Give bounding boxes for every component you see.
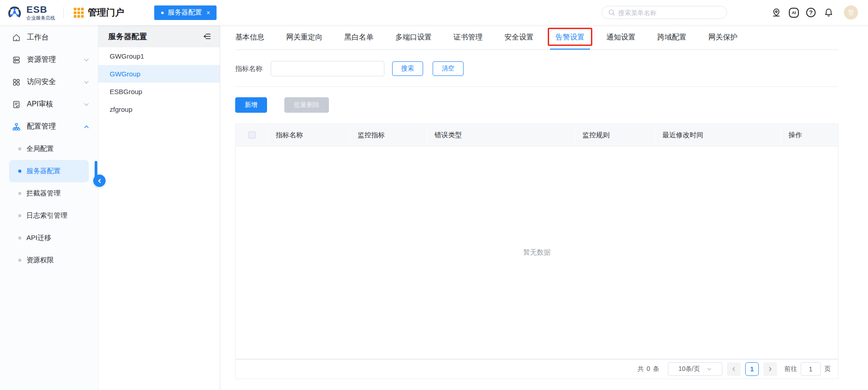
next-page-button[interactable]	[763, 362, 777, 376]
sidebar-item-label: 配置管理	[27, 122, 83, 131]
tab-multiport[interactable]: 多端口设置	[395, 25, 432, 50]
add-button[interactable]: 新增	[235, 97, 267, 113]
topbar-divider	[63, 7, 64, 18]
metric-name-input[interactable]	[271, 61, 384, 76]
tab-blacklist-whitelist[interactable]: 黑白名单	[344, 25, 373, 50]
chevron-left-icon	[97, 178, 102, 184]
sidebar-item-api-review[interactable]: API审核	[0, 93, 98, 115]
sidebar-subitem-label: 全局配置	[26, 145, 54, 153]
divider	[235, 86, 838, 87]
sidebar-item-label: 工作台	[27, 33, 90, 42]
column-header: 错误类型	[427, 124, 575, 146]
tab-label: 跨域配置	[657, 33, 686, 42]
chevron-left-icon	[731, 366, 737, 372]
column-header: 最近修改时间	[655, 124, 781, 146]
server-group-label: GWGroup	[110, 70, 141, 78]
tab-label: 黑白名单	[344, 33, 373, 42]
server-group-label: GWGroup1	[110, 52, 144, 60]
menu-search[interactable]	[601, 6, 727, 19]
topbar: ESB 企业服务总线 管理门户 ● 服务器配置 ×	[0, 0, 868, 25]
sidebar-subitem-server-config[interactable]: 服务器配置	[9, 160, 89, 182]
page-size-value: 10条/页	[678, 365, 700, 373]
server-group-item-active[interactable]: GWGroup	[98, 65, 220, 83]
logo-text: ESB 企业服务总线	[26, 5, 55, 20]
sidebar-item-workbench[interactable]: 工作台	[0, 26, 98, 49]
sidebar-item-config-management[interactable]: 配置管理	[0, 115, 98, 138]
settings-tabbar: 基本信息 网关重定向 黑白名单 多端口设置 证书管理 安全设置 告警设置 通知设…	[235, 25, 838, 50]
tab-label: 告警设置	[555, 33, 585, 42]
logo: ESB 企业服务总线	[6, 5, 55, 21]
home-icon	[12, 33, 21, 42]
sidebar-item-resources[interactable]: 资源管理	[0, 49, 98, 71]
app-body: 工作台 资源管理 访问安全	[0, 25, 868, 390]
grid-icon	[12, 78, 21, 87]
tab-basic-info[interactable]: 基本信息	[235, 25, 264, 50]
empty-text: 暂无数据	[523, 248, 550, 257]
tab-notification[interactable]: 通知设置	[606, 25, 636, 50]
server-group-item[interactable]: GWGroup1	[98, 47, 220, 65]
logo-subtitle: 企业服务总线	[26, 15, 55, 20]
user-avatar[interactable]: 管	[844, 5, 858, 20]
batch-delete-button[interactable]: 批量删除	[284, 97, 329, 113]
active-tab-underline	[550, 49, 590, 50]
topbar-icons: AI ? 管	[771, 5, 858, 20]
clear-button[interactable]: 清空	[433, 61, 464, 76]
sidebar-item-access-security[interactable]: 访问安全	[0, 71, 98, 93]
total-count: 共 0 条	[637, 365, 660, 373]
select-all-checkbox[interactable]	[248, 131, 256, 139]
tab-label: 通知设置	[606, 33, 636, 42]
page-number-button[interactable]: 1	[745, 362, 759, 376]
server-group-item[interactable]: zfgroup	[98, 100, 220, 118]
search-button[interactable]: 搜索	[392, 61, 423, 76]
sidebar-subitem-interceptor[interactable]: 拦截器管理	[9, 182, 89, 205]
ai-assistant-icon[interactable]: AI	[789, 8, 799, 18]
panel-title: 服务器配置	[108, 31, 147, 42]
tab-gateway-protection[interactable]: 网关保护	[708, 25, 737, 50]
prev-page-button[interactable]	[727, 362, 741, 376]
sidebar-subitem-log-index[interactable]: 日志索引管理	[9, 205, 89, 227]
tab-certificate[interactable]: 证书管理	[454, 25, 483, 50]
tab-gateway-redirect[interactable]: 网关重定向	[286, 25, 323, 50]
sidebar-subitem-global-config[interactable]: 全局配置	[9, 138, 89, 160]
bullet-icon	[18, 192, 21, 195]
chevron-down-icon	[83, 57, 90, 63]
header-checkbox-cell	[236, 124, 268, 146]
bullet-icon	[18, 214, 21, 217]
sidebar: 工作台 资源管理 访问安全	[0, 25, 98, 390]
goto-page-input[interactable]	[801, 362, 821, 376]
page-size-select[interactable]: 10条/页	[668, 362, 722, 376]
sidebar-subitem-label: API迁移	[26, 234, 51, 242]
sidebar-subitem-label: 资源权限	[26, 256, 54, 265]
tab-cors[interactable]: 跨域配置	[657, 25, 686, 50]
help-icon[interactable]: ?	[806, 8, 816, 17]
bullet-icon	[18, 170, 21, 173]
page-unit-label: 页	[824, 365, 831, 373]
location-pin-icon[interactable]	[771, 7, 782, 18]
open-tab-server-config[interactable]: ● 服务器配置 ×	[154, 5, 217, 20]
search-input[interactable]	[618, 9, 720, 16]
tab-label: 证书管理	[454, 33, 483, 42]
tab-close-icon[interactable]: ×	[207, 9, 210, 16]
server-icon	[12, 55, 21, 65]
tab-alarm-settings[interactable]: 告警设置	[555, 25, 585, 50]
goto-label: 前往	[784, 365, 797, 373]
logo-title: ESB	[26, 5, 55, 15]
sidebar-subitem-api-migration[interactable]: API迁移	[9, 227, 89, 249]
tab-security[interactable]: 安全设置	[505, 25, 534, 50]
server-group-item[interactable]: ESBGroup	[98, 83, 220, 100]
notification-bell-icon[interactable]	[823, 7, 834, 18]
tab-label: 基本信息	[235, 33, 264, 42]
empty-state: 暂无数据	[236, 146, 838, 359]
table-header: 指标名称 监控指标 错误类型 监控规则 最近修改时间 操作	[236, 124, 838, 146]
sidebar-subitem-label: 拦截器管理	[26, 189, 61, 198]
bullet-icon	[18, 147, 21, 150]
esb-logo-icon	[6, 5, 23, 21]
org-tree-icon	[12, 122, 21, 131]
sidebar-subitem-label: 日志索引管理	[26, 211, 67, 220]
server-group-label: ESBGroup	[110, 88, 142, 95]
collapse-list-icon[interactable]	[202, 32, 212, 41]
chevron-up-icon	[83, 124, 90, 130]
sidebar-collapse-button[interactable]	[93, 175, 106, 187]
sidebar-subitem-resource-permission[interactable]: 资源权限	[9, 249, 89, 271]
tab-label: 多端口设置	[395, 33, 432, 42]
